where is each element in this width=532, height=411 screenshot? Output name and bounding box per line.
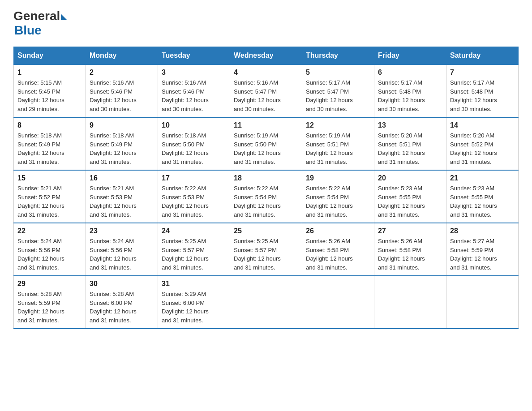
calendar-cell [230,276,302,329]
day-number: 21 [450,174,515,182]
column-header-wednesday: Wednesday [230,47,302,65]
day-number: 8 [17,121,82,129]
calendar-cell: 28 Sunrise: 5:27 AMSunset: 5:59 PMDaylig… [446,223,519,276]
day-info: Sunrise: 5:22 AMSunset: 5:54 PMDaylight:… [234,185,281,218]
calendar-cell: 4 Sunrise: 5:16 AMSunset: 5:47 PMDayligh… [230,64,302,117]
day-info: Sunrise: 5:22 AMSunset: 5:54 PMDaylight:… [306,185,353,218]
calendar-cell: 31 Sunrise: 5:29 AMSunset: 6:00 PMDaylig… [158,276,230,329]
calendar-cell: 14 Sunrise: 5:20 AMSunset: 5:52 PMDaylig… [446,117,519,170]
calendar-cell: 22 Sunrise: 5:24 AMSunset: 5:56 PMDaylig… [14,223,86,276]
calendar-cell: 26 Sunrise: 5:26 AMSunset: 5:58 PMDaylig… [302,223,374,276]
day-number: 15 [17,174,82,182]
calendar-cell: 11 Sunrise: 5:19 AMSunset: 5:50 PMDaylig… [230,117,302,170]
day-number: 2 [90,68,154,77]
day-info: Sunrise: 5:17 AMSunset: 5:48 PMDaylight:… [450,79,497,112]
calendar-cell: 24 Sunrise: 5:25 AMSunset: 5:57 PMDaylig… [158,223,230,276]
day-info: Sunrise: 5:22 AMSunset: 5:53 PMDaylight:… [162,185,209,218]
column-header-sunday: Sunday [14,47,86,65]
calendar-cell: 23 Sunrise: 5:24 AMSunset: 5:56 PMDaylig… [86,223,158,276]
calendar-cell [374,276,446,329]
day-info: Sunrise: 5:18 AMSunset: 5:50 PMDaylight:… [162,132,209,165]
day-number: 30 [90,280,154,288]
day-number: 1 [17,68,82,77]
column-header-tuesday: Tuesday [158,47,230,65]
week-row-4: 22 Sunrise: 5:24 AMSunset: 5:56 PMDaylig… [14,223,519,276]
day-info: Sunrise: 5:18 AMSunset: 5:49 PMDaylight:… [90,132,137,165]
header-row: SundayMondayTuesdayWednesdayThursdayFrid… [14,47,519,65]
calendar-cell: 30 Sunrise: 5:28 AMSunset: 6:00 PMDaylig… [86,276,158,329]
day-info: Sunrise: 5:26 AMSunset: 5:58 PMDaylight:… [306,238,353,271]
calendar-cell: 21 Sunrise: 5:23 AMSunset: 5:55 PMDaylig… [446,170,519,223]
day-number: 3 [162,68,226,77]
day-number: 26 [306,227,370,235]
day-info: Sunrise: 5:27 AMSunset: 5:59 PMDaylight:… [450,238,497,271]
week-row-2: 8 Sunrise: 5:18 AMSunset: 5:49 PMDayligh… [14,117,519,170]
calendar-cell: 25 Sunrise: 5:25 AMSunset: 5:57 PMDaylig… [230,223,302,276]
logo-arrow-icon [61,14,67,20]
day-number: 5 [306,68,370,77]
day-number: 28 [450,227,515,235]
day-number: 7 [450,68,515,77]
day-info: Sunrise: 5:24 AMSunset: 5:56 PMDaylight:… [90,238,137,271]
day-info: Sunrise: 5:21 AMSunset: 5:53 PMDaylight:… [90,185,137,218]
header: General Blue [13,9,519,38]
calendar-cell: 6 Sunrise: 5:17 AMSunset: 5:48 PMDayligh… [374,64,446,117]
calendar-cell: 3 Sunrise: 5:16 AMSunset: 5:46 PMDayligh… [158,64,230,117]
day-number: 23 [90,227,154,235]
day-number: 13 [378,121,442,129]
day-info: Sunrise: 5:19 AMSunset: 5:50 PMDaylight:… [234,132,281,165]
calendar-cell: 9 Sunrise: 5:18 AMSunset: 5:49 PMDayligh… [86,117,158,170]
calendar-cell: 19 Sunrise: 5:22 AMSunset: 5:54 PMDaylig… [302,170,374,223]
day-info: Sunrise: 5:19 AMSunset: 5:51 PMDaylight:… [306,132,353,165]
calendar-cell: 29 Sunrise: 5:28 AMSunset: 5:59 PMDaylig… [14,276,86,329]
logo: General Blue [13,9,67,38]
column-header-thursday: Thursday [302,47,374,65]
day-info: Sunrise: 5:25 AMSunset: 5:57 PMDaylight:… [234,238,281,271]
day-number: 27 [378,227,442,235]
calendar-cell: 15 Sunrise: 5:21 AMSunset: 5:52 PMDaylig… [14,170,86,223]
day-info: Sunrise: 5:29 AMSunset: 6:00 PMDaylight:… [162,291,209,324]
day-info: Sunrise: 5:28 AMSunset: 5:59 PMDaylight:… [17,291,64,324]
calendar-cell: 8 Sunrise: 5:18 AMSunset: 5:49 PMDayligh… [14,117,86,170]
week-row-5: 29 Sunrise: 5:28 AMSunset: 5:59 PMDaylig… [14,276,519,329]
day-info: Sunrise: 5:16 AMSunset: 5:46 PMDaylight:… [162,79,209,112]
day-number: 19 [306,174,370,182]
day-info: Sunrise: 5:23 AMSunset: 5:55 PMDaylight:… [450,185,497,218]
day-number: 20 [378,174,442,182]
day-number: 24 [162,227,226,235]
column-header-monday: Monday [86,47,158,65]
calendar-cell [302,276,374,329]
day-info: Sunrise: 5:17 AMSunset: 5:48 PMDaylight:… [378,79,425,112]
column-header-saturday: Saturday [446,47,519,65]
column-header-friday: Friday [374,47,446,65]
day-info: Sunrise: 5:15 AMSunset: 5:45 PMDaylight:… [17,79,64,112]
logo-blue-text: Blue [14,23,42,38]
week-row-3: 15 Sunrise: 5:21 AMSunset: 5:52 PMDaylig… [14,170,519,223]
day-info: Sunrise: 5:20 AMSunset: 5:51 PMDaylight:… [378,132,425,165]
day-info: Sunrise: 5:21 AMSunset: 5:52 PMDaylight:… [17,185,64,218]
calendar-cell: 17 Sunrise: 5:22 AMSunset: 5:53 PMDaylig… [158,170,230,223]
day-number: 31 [162,280,226,288]
day-number: 12 [306,121,370,129]
calendar-cell: 5 Sunrise: 5:17 AMSunset: 5:47 PMDayligh… [302,64,374,117]
day-info: Sunrise: 5:26 AMSunset: 5:58 PMDaylight:… [378,238,425,271]
day-number: 25 [234,227,298,235]
calendar-cell: 20 Sunrise: 5:23 AMSunset: 5:55 PMDaylig… [374,170,446,223]
calendar-cell: 27 Sunrise: 5:26 AMSunset: 5:58 PMDaylig… [374,223,446,276]
day-number: 17 [162,174,226,182]
day-info: Sunrise: 5:24 AMSunset: 5:56 PMDaylight:… [17,238,64,271]
day-info: Sunrise: 5:23 AMSunset: 5:55 PMDaylight:… [378,185,425,218]
calendar-cell: 1 Sunrise: 5:15 AMSunset: 5:45 PMDayligh… [14,64,86,117]
calendar-table: SundayMondayTuesdayWednesdayThursdayFrid… [13,47,519,329]
day-number: 10 [162,121,226,129]
calendar-cell: 16 Sunrise: 5:21 AMSunset: 5:53 PMDaylig… [86,170,158,223]
day-info: Sunrise: 5:16 AMSunset: 5:46 PMDaylight:… [90,79,137,112]
day-info: Sunrise: 5:25 AMSunset: 5:57 PMDaylight:… [162,238,209,271]
day-number: 18 [234,174,298,182]
day-number: 9 [90,121,154,129]
day-number: 16 [90,174,154,182]
day-number: 6 [378,68,442,77]
day-number: 14 [450,121,515,129]
week-row-1: 1 Sunrise: 5:15 AMSunset: 5:45 PMDayligh… [14,64,519,117]
calendar-cell: 13 Sunrise: 5:20 AMSunset: 5:51 PMDaylig… [374,117,446,170]
